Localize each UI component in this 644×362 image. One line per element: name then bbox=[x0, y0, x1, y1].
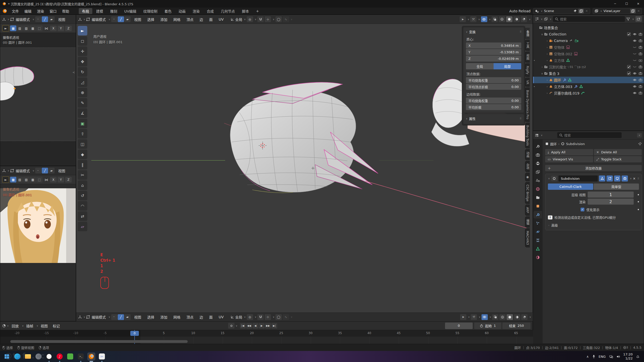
select-variant-4-button[interactable]: ⬚ bbox=[36, 177, 43, 183]
editor-type-chevron[interactable]: ∨ bbox=[84, 18, 85, 21]
annotate-tool-button[interactable]: ✎ bbox=[78, 98, 87, 108]
disable-render-icon[interactable] bbox=[639, 78, 642, 82]
viewport-editor-icon[interactable] bbox=[78, 315, 82, 319]
viewlayer-name[interactable]: ViewLayer bbox=[603, 9, 629, 13]
properties-editor-icon[interactable] bbox=[535, 133, 539, 137]
disable-render-icon[interactable] bbox=[639, 72, 642, 75]
sidebar-tab-工具[interactable]: 工具 bbox=[525, 40, 530, 51]
select-variant-0-button[interactable]: ▦ bbox=[10, 25, 16, 31]
mirror-z-button[interactable]: Z bbox=[65, 26, 72, 31]
modifier-on-cage-toggle[interactable] bbox=[599, 175, 605, 182]
taskbar-app-blender[interactable] bbox=[87, 352, 95, 360]
sidebar-tab-动画[interactable]: 动画 bbox=[525, 149, 530, 160]
menu-顶点[interactable]: 顶点 bbox=[184, 17, 196, 22]
select-variant-1-button[interactable]: ▧ bbox=[17, 25, 23, 31]
symmetry-icon[interactable]: ⋈ bbox=[45, 26, 48, 30]
median-local-button[interactable]: 局部 bbox=[494, 63, 521, 69]
drag-dots-icon[interactable]: ⠿ bbox=[520, 117, 522, 120]
pin-icon[interactable] bbox=[573, 9, 577, 13]
menu-网格[interactable]: 网格 bbox=[171, 17, 183, 22]
edge-select-mode-button[interactable]: ╱ bbox=[42, 16, 48, 22]
face-select-mode-button[interactable]: ▰ bbox=[48, 168, 55, 173]
rendered-shading-button[interactable] bbox=[521, 314, 528, 320]
outliner-row-沉默的魔女[interactable]: ›沉默的魔女▽31⌒19▤2 bbox=[533, 64, 644, 70]
advanced-label[interactable]: 高级 bbox=[551, 223, 558, 228]
breadcrumb-object[interactable]: 圆环 bbox=[550, 142, 557, 146]
current-frame-marker[interactable]: 0 bbox=[130, 331, 139, 336]
taskbar-app-music[interactable]: ♪ bbox=[56, 352, 64, 360]
microphone-icon[interactable] bbox=[592, 355, 595, 358]
sidebar-tab-VR[interactable]: VR bbox=[525, 78, 530, 87]
mode-selector[interactable]: 编辑模式 bbox=[91, 314, 107, 320]
workspace-tab-雕刻[interactable]: 雕刻 bbox=[107, 8, 120, 14]
material-shading-button[interactable] bbox=[513, 16, 520, 22]
mode-chevron[interactable]: ∨ bbox=[33, 18, 34, 21]
shading-chevron[interactable]: ∨ bbox=[529, 316, 531, 318]
levels-viewport-field[interactable]: 1 bbox=[588, 192, 634, 198]
menu-窗口[interactable]: 窗口 bbox=[47, 9, 59, 14]
hide-eye-icon[interactable] bbox=[633, 78, 636, 82]
sidebar-tab-条目[interactable]: 条目 bbox=[525, 28, 530, 39]
jump-start-button[interactable]: |◀ bbox=[240, 323, 246, 329]
drag-dots-icon[interactable]: ⠿ bbox=[520, 30, 522, 33]
overlays-chevron[interactable]: ∨ bbox=[490, 316, 491, 318]
object-name[interactable]: Collection bbox=[549, 32, 566, 36]
hidden-eye-icon[interactable] bbox=[633, 52, 636, 56]
orientation-chevron[interactable]: ∨ bbox=[244, 18, 246, 21]
hidden-eye-icon[interactable] bbox=[633, 65, 636, 69]
hide-eye-icon[interactable] bbox=[633, 72, 636, 75]
menu-UV[interactable]: UV bbox=[216, 315, 226, 319]
sidebar-tab-杂项[interactable]: 杂项 bbox=[525, 161, 530, 172]
object-name[interactable]: 集合 3 bbox=[549, 71, 559, 76]
select-variant-3-button[interactable]: ▩ bbox=[30, 25, 36, 31]
overlays-chevron[interactable]: ∨ bbox=[489, 18, 491, 21]
taskbar-app-snip[interactable]: ✄ bbox=[98, 352, 106, 360]
outliner-row-空物体[interactable]: ›空物体 bbox=[533, 44, 644, 51]
exclude-checkbox[interactable] bbox=[627, 32, 631, 36]
properties-tab-object[interactable] bbox=[534, 202, 542, 210]
object-name[interactable]: 立方体.003 bbox=[554, 84, 572, 89]
pin-icon[interactable] bbox=[638, 142, 642, 146]
tray-expand-icon[interactable]: ∧ bbox=[586, 355, 589, 358]
poly-build-tool-button[interactable]: ⌂ bbox=[78, 180, 87, 190]
catmull-clark-button[interactable]: Catmull-Clark bbox=[548, 184, 593, 190]
modifier-render-toggle[interactable] bbox=[622, 175, 628, 182]
modifier-drag-dots-icon[interactable]: ⠿ bbox=[637, 177, 639, 180]
viewlayer-selector[interactable]: ∨ ViewLayer ✕ bbox=[593, 8, 642, 14]
falloff-button[interactable]: ∿ bbox=[283, 16, 289, 22]
inset-tool-button[interactable]: ◫ bbox=[78, 139, 87, 149]
toggle-stack-button[interactable]: ⤢Toggle Stack bbox=[594, 156, 642, 162]
frame-start-field[interactable]: 起始1 bbox=[474, 323, 501, 329]
workspace-tab-建模[interactable]: 建模 bbox=[93, 8, 106, 14]
properties-tab-render[interactable] bbox=[534, 151, 542, 159]
active-tool-button[interactable]: ► bbox=[2, 176, 9, 183]
object-name[interactable]: 立方体 bbox=[554, 58, 565, 63]
expander-icon[interactable]: ∨ bbox=[540, 33, 544, 36]
median-z-field[interactable]: Z-0.024039 m bbox=[466, 56, 521, 62]
frame-end-field[interactable]: 结束250 bbox=[502, 323, 531, 329]
median-y-field[interactable]: Y-0.13083 m bbox=[466, 49, 521, 55]
menu-视图[interactable]: 视图 bbox=[132, 314, 144, 320]
play-reverse-button[interactable]: ◀ bbox=[253, 323, 258, 329]
smooth-tool-button[interactable]: ◠ bbox=[78, 201, 87, 211]
editor-type-chevron[interactable]: ∨ bbox=[8, 169, 9, 172]
cursor-tool-button[interactable]: ✛ bbox=[78, 47, 87, 56]
new-scene-icon[interactable] bbox=[578, 9, 584, 13]
overlays-button[interactable] bbox=[481, 16, 487, 22]
display-mode-icon[interactable] bbox=[544, 17, 548, 21]
loop-cut-tool-button[interactable]: ∥ bbox=[78, 160, 87, 169]
menu-帮助[interactable]: 帮助 bbox=[59, 9, 72, 14]
expander-icon[interactable]: › bbox=[545, 53, 549, 55]
next-keyframe-button[interactable]: ▶▶ bbox=[265, 323, 271, 329]
transform-orientation[interactable]: 全局∨ bbox=[231, 17, 246, 22]
vertex-select-mode-button[interactable]: ⠂ bbox=[35, 16, 42, 22]
workspace-tab-动画[interactable]: 动画 bbox=[175, 8, 189, 14]
select-variant-1-button[interactable]: ▧ bbox=[17, 177, 23, 183]
overlays-button[interactable] bbox=[481, 314, 488, 320]
vertex-data-field-1[interactable]: 平均顶点折痕0.00 bbox=[466, 84, 521, 90]
sidebar-tab-编辑[interactable]: 编辑 bbox=[525, 216, 530, 228]
properties-tab-tool[interactable] bbox=[534, 143, 542, 150]
expander-icon[interactable]: › bbox=[545, 92, 549, 95]
modifier-realtime-toggle[interactable] bbox=[614, 175, 620, 182]
expander-icon[interactable]: › bbox=[545, 46, 549, 49]
